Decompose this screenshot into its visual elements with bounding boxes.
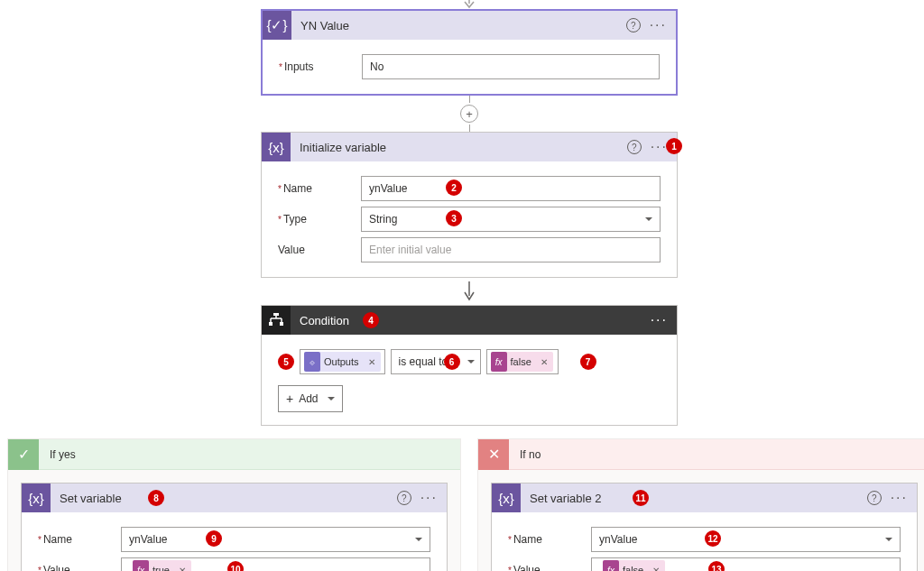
annotation-badge: 10 xyxy=(227,561,244,571)
annotation-badge: 5 xyxy=(278,354,294,370)
card-title: Condition xyxy=(300,314,651,327)
plus-icon: + xyxy=(286,391,293,406)
expression-token[interactable]: fx false ✕ xyxy=(491,352,553,372)
fx-icon: fx xyxy=(603,560,619,571)
dynamic-content-token[interactable]: ⟐ Outputs ✕ xyxy=(304,352,381,372)
remove-token-icon[interactable]: ✕ xyxy=(363,357,381,367)
annotation-badge: 6 xyxy=(444,354,460,370)
card-title: Set variable xyxy=(60,492,397,505)
set-variable-card[interactable]: {x} Set variable 8 ? ··· Name ynValue 9 xyxy=(21,483,448,571)
name-select[interactable]: ynValue xyxy=(121,527,430,552)
card-title: Initialize variable xyxy=(300,141,627,154)
card-header[interactable]: Condition 4 ··· xyxy=(262,306,677,335)
card-header[interactable]: {x} Initialize variable 1 ? ··· xyxy=(262,133,677,161)
variable-icon: {x} xyxy=(492,484,521,512)
value-label: Value xyxy=(278,244,361,256)
card-header[interactable]: {x} Set variable 2 11 ? ··· xyxy=(492,484,917,512)
remove-token-icon[interactable]: ✕ xyxy=(647,566,665,572)
annotation-badge: 1 xyxy=(666,138,682,154)
remove-token-icon[interactable]: ✕ xyxy=(173,566,191,572)
expression-token[interactable]: fx true ✕ xyxy=(133,560,191,571)
card-menu-button[interactable]: ··· xyxy=(650,18,667,32)
help-icon[interactable]: ? xyxy=(397,491,411,505)
add-step-button[interactable]: + xyxy=(460,105,478,123)
annotation-badge: 2 xyxy=(446,180,462,196)
card-header[interactable]: {x} Set variable 8 ? ··· xyxy=(22,484,447,512)
condition-right-operand[interactable]: fx false ✕ xyxy=(486,349,559,374)
value-field[interactable]: fx false ✕ xyxy=(591,557,901,571)
variable-icon: {x} xyxy=(262,133,291,161)
card-menu-button[interactable]: ··· xyxy=(420,491,438,505)
annotation-badge: 13 xyxy=(708,561,725,571)
svg-rect-0 xyxy=(269,322,273,326)
if-no-branch: ✕ If no {x} Set variable 2 11 ? ··· xyxy=(477,438,924,571)
card-title: Set variable 2 xyxy=(530,492,867,505)
expression-token[interactable]: fx false ✕ xyxy=(603,560,665,571)
type-select[interactable]: String xyxy=(361,207,661,232)
type-label: Type xyxy=(278,213,361,226)
branch-title: If no xyxy=(520,448,541,461)
annotation-badge: 3 xyxy=(446,210,462,226)
name-label: Name xyxy=(278,182,361,195)
compose-icon: {✓} xyxy=(263,11,291,40)
card-menu-button[interactable]: ··· xyxy=(651,313,668,327)
inputs-label: Inputs xyxy=(279,60,362,73)
add-condition-button[interactable]: + Add xyxy=(278,385,343,412)
name-label: Name xyxy=(38,533,121,546)
close-icon: ✕ xyxy=(478,439,509,470)
value-field[interactable]: Enter initial value xyxy=(361,237,661,262)
check-icon: ✓ xyxy=(8,439,39,470)
name-select[interactable]: ynValue xyxy=(591,527,901,552)
help-icon[interactable]: ? xyxy=(626,18,641,32)
annotation-badge: 7 xyxy=(580,354,596,370)
condition-operator-select[interactable]: is equal to 6 xyxy=(391,349,481,374)
annotation-badge: 9 xyxy=(206,530,222,547)
token-icon: ⟐ xyxy=(304,352,320,372)
annotation-badge: 4 xyxy=(363,312,379,328)
fx-icon: fx xyxy=(133,560,149,571)
svg-rect-2 xyxy=(273,313,279,316)
condition-icon xyxy=(262,306,291,335)
branch-header-no: ✕ If no xyxy=(478,439,924,470)
annotation-badge: 8 xyxy=(148,490,164,506)
set-variable-2-card[interactable]: {x} Set variable 2 11 ? ··· Name ynValue… xyxy=(491,483,918,571)
name-label: Name xyxy=(508,533,591,546)
variable-icon: {x} xyxy=(22,484,51,512)
fx-icon: fx xyxy=(491,352,507,372)
connector-arrow xyxy=(261,278,678,305)
yn-value-card[interactable]: {✓} YN Value ? ··· Inputs No xyxy=(261,9,678,96)
condition-left-operand[interactable]: ⟐ Outputs ✕ xyxy=(300,349,385,374)
connector-arrow xyxy=(261,0,678,9)
value-field[interactable]: fx true ✕ xyxy=(121,557,430,571)
value-label: Value xyxy=(38,564,121,571)
svg-rect-1 xyxy=(280,322,283,326)
initialize-variable-card[interactable]: {x} Initialize variable 1 ? ··· Name ynV… xyxy=(261,132,678,278)
card-header[interactable]: {✓} YN Value ? ··· xyxy=(263,11,676,40)
name-field[interactable]: ynValue xyxy=(361,176,661,201)
value-label: Value xyxy=(508,564,591,571)
connector-line xyxy=(469,96,470,103)
help-icon[interactable]: ? xyxy=(627,140,642,154)
annotation-badge: 12 xyxy=(705,530,721,547)
remove-token-icon[interactable]: ✕ xyxy=(535,357,553,367)
connector-line xyxy=(469,124,470,132)
card-menu-button[interactable]: ··· xyxy=(891,491,908,505)
annotation-badge: 11 xyxy=(633,490,649,506)
branch-header-yes: ✓ If yes xyxy=(8,439,460,470)
if-yes-branch: ✓ If yes {x} Set variable 8 ? ··· xyxy=(7,438,461,571)
help-icon[interactable]: ? xyxy=(867,491,882,505)
condition-card[interactable]: Condition 4 ··· 5 ⟐ Outputs ✕ xyxy=(261,305,678,426)
card-title: YN Value xyxy=(300,19,626,32)
branch-title: If yes xyxy=(50,448,76,461)
inputs-field[interactable]: No xyxy=(362,54,660,79)
